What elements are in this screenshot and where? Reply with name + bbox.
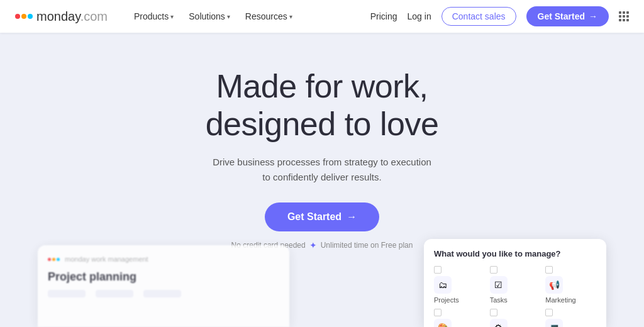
chevron-down-icon: ▾ [289, 13, 292, 20]
logo-dots [15, 14, 33, 19]
hero-section: Made for work, designed to love Drive bu… [0, 33, 644, 327]
crm-icon: ⚙ [490, 319, 508, 327]
grid-dot [626, 15, 629, 18]
widget-item-marketing[interactable]: 📢 Marketing [545, 266, 596, 304]
nav-links: Products ▾ Solutions ▾ Resources ▾ [128, 8, 370, 25]
widget-checkbox[interactable] [545, 266, 553, 274]
nav-right: Pricing Log in Contact sales Get Started… [370, 6, 629, 26]
navbar: monday.com Products ▾ Solutions ▾ Resour… [0, 0, 644, 33]
widget-checkbox[interactable] [490, 266, 497, 274]
projects-icon: 🗂 [434, 276, 452, 294]
get-started-hero-button[interactable]: Get Started → [265, 202, 379, 231]
widget-item-tasks[interactable]: ☑ Tasks [490, 266, 541, 304]
widget-grid: 🗂 Projects ☑ Tasks 📢 Marketing [434, 266, 596, 327]
nav-pricing[interactable]: Pricing [370, 11, 397, 21]
app-dot-red [48, 258, 51, 261]
app-preview-label: monday work management [65, 255, 148, 263]
grid-dot [619, 15, 621, 18]
nav-login[interactable]: Log in [408, 11, 431, 21]
design-icon: 🎨 [434, 319, 452, 327]
grid-dot [626, 19, 629, 21]
tasks-icon: ☑ [490, 276, 508, 294]
chevron-down-icon: ▾ [227, 13, 230, 20]
app-preview-card: monday work management Project planning [38, 245, 289, 327]
logo-dot-red [15, 14, 20, 19]
bottom-area: monday work management Project planning … [0, 234, 644, 327]
widget-checkbox[interactable] [490, 309, 497, 316]
widget-item-crm[interactable]: ⚙ CRM [490, 309, 541, 327]
widget-title: What would you like to manage? [434, 249, 596, 258]
projects-label: Projects [434, 296, 459, 304]
hero-subtitle: Drive business processes from strategy t… [213, 155, 431, 185]
tasks-label: Tasks [490, 296, 508, 304]
app-dot-orange [52, 258, 55, 261]
widget-checkbox[interactable] [434, 266, 441, 274]
app-preview-logo [48, 258, 60, 261]
chevron-down-icon: ▾ [170, 13, 174, 20]
preview-meta [48, 290, 279, 297]
hero-title: Made for work, designed to love [206, 68, 439, 143]
widget-checkbox[interactable] [545, 309, 553, 316]
marketing-label: Marketing [545, 296, 575, 304]
grid-dot [623, 19, 625, 21]
app-preview-header: monday work management [48, 255, 279, 263]
widget-item-projects[interactable]: 🗂 Projects [434, 266, 485, 304]
app-dot-blue [57, 258, 60, 261]
grid-dot [623, 15, 625, 18]
logo[interactable]: monday.com [15, 9, 108, 24]
widget-checkbox[interactable] [434, 309, 441, 316]
preview-meta-item [96, 290, 133, 297]
grid-menu-icon[interactable] [619, 11, 629, 21]
preview-meta-item [48, 290, 86, 297]
grid-dot [619, 19, 621, 21]
get-started-nav-button[interactable]: Get Started → [526, 6, 609, 26]
software-icon: 💻 [545, 319, 563, 327]
logo-text: monday.com [36, 9, 108, 24]
widget-item-software[interactable]: 💻 Software [545, 309, 596, 327]
widget-item-design[interactable]: 🎨 Design [434, 309, 485, 327]
grid-dot [619, 11, 621, 14]
nav-item-solutions[interactable]: Solutions ▾ [182, 8, 236, 25]
nav-item-products[interactable]: Products ▾ [128, 8, 180, 25]
marketing-icon: 📢 [545, 276, 563, 294]
logo-dot-orange [21, 14, 26, 19]
nav-item-resources[interactable]: Resources ▾ [239, 8, 299, 25]
logo-dot-blue [28, 14, 33, 19]
preview-title: Project planning [48, 270, 279, 284]
grid-dot [623, 11, 625, 14]
grid-dot [626, 11, 629, 14]
widget-card: What would you like to manage? 🗂 Project… [424, 239, 606, 327]
preview-meta-item [143, 290, 181, 297]
contact-sales-button[interactable]: Contact sales [441, 7, 516, 26]
